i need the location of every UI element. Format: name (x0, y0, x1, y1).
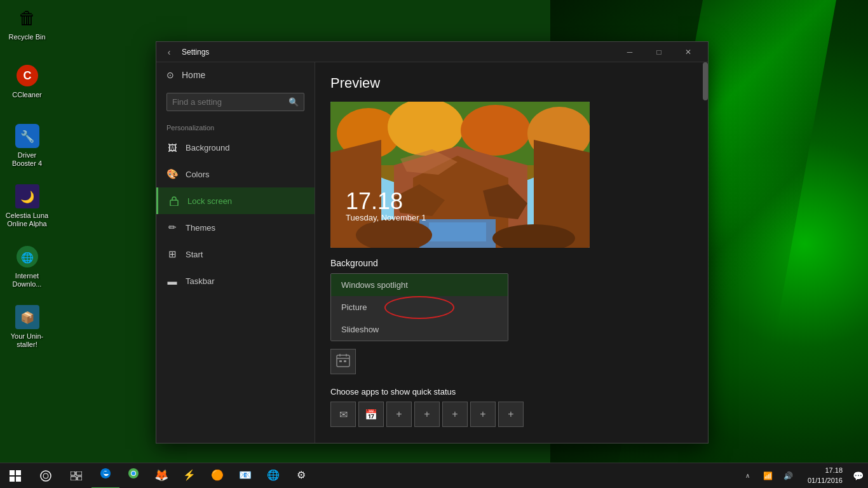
taskbar-email-button[interactable]: 📧 (231, 463, 259, 489)
recycle-bin-icon: 🗑 (15, 5, 40, 30)
svg-rect-35 (10, 470, 15, 475)
svg-rect-44 (78, 477, 82, 480)
add-icon-3: + (452, 409, 458, 420)
start-icon: ⊞ (166, 248, 178, 260)
minimize-button[interactable]: ─ (615, 42, 644, 62)
taskbar-app5-button[interactable]: 🟠 (203, 463, 231, 489)
desktop-icon-recycle-bin[interactable]: 🗑 Recycle Bin (3, 3, 51, 44)
desktop-icon-your-uninstaller[interactable]: 📦 Your Unin-staller! (3, 302, 51, 351)
desktop-icon-ccleaner[interactable]: C CCleaner (3, 60, 51, 102)
desktop-icon-driver-booster[interactable]: 🔧 Driver Booster 4 (3, 121, 51, 170)
calendar-app-button[interactable] (330, 349, 356, 374)
svg-text:📦: 📦 (20, 311, 35, 325)
status-btn-mail[interactable]: ✉ (330, 402, 356, 427)
your-uninstaller-label: Your Unin-staller! (5, 332, 49, 349)
taskbar-settings-button[interactable]: ⚙ (287, 463, 315, 489)
status-btn-add-5[interactable]: + (498, 402, 524, 427)
driver-booster-icon: 🔧 (15, 123, 40, 149)
quick-status-icons: ✉ 📅 + + + + (330, 402, 693, 427)
status-btn-calendar[interactable]: 📅 (358, 402, 384, 427)
notification-center-button[interactable]: 💬 (848, 463, 868, 489)
sidebar-item-colors[interactable]: 🎨 Colors (156, 161, 315, 187)
dropdown-item-slideshow[interactable]: Slideshow (331, 318, 508, 341)
svg-rect-10 (170, 200, 178, 206)
dropdown-menu: Windows spotlight Picture Slideshow (330, 273, 508, 341)
calendar-icon (336, 353, 350, 370)
search-input[interactable] (172, 97, 283, 107)
taskbar-app7-button[interactable]: 🌐 (259, 463, 287, 489)
email-icon: 📧 (239, 469, 252, 481)
sidebar-item-taskbar[interactable]: ▬ Taskbar (156, 268, 315, 294)
close-button[interactable]: ✕ (674, 42, 703, 62)
sidebar-item-lock-screen[interactable]: Lock screen (156, 187, 315, 214)
sidebar-section-personalization: Personalization (156, 116, 315, 134)
background-dropdown: Windows spotlight Picture Slideshow (330, 273, 508, 341)
search-icon: 🔍 (288, 97, 299, 107)
chrome-icon (127, 467, 140, 483)
task-view-button[interactable] (61, 463, 92, 489)
taskbar-firefox-button[interactable]: 🦊 (147, 463, 175, 489)
scrollbar-thumb[interactable] (703, 62, 708, 100)
svg-rect-41 (71, 471, 75, 475)
svg-point-39 (41, 471, 51, 481)
mail-icon: ✉ (339, 409, 348, 421)
celestia-label: Celestia Luna Online Alpha (5, 212, 49, 228)
sidebar-item-themes[interactable]: ✏ Themes (156, 214, 315, 241)
status-btn-add-4[interactable]: + (470, 402, 496, 427)
app7-icon: 🌐 (267, 469, 280, 481)
svg-text:C: C (23, 69, 31, 82)
taskbar-edge-button[interactable] (92, 463, 119, 489)
sidebar-item-start[interactable]: ⊞ Start (156, 241, 315, 268)
picture-circle-annotation (384, 296, 454, 319)
add-icon-5: + (508, 409, 513, 420)
tray-arrow-icon[interactable]: ∧ (739, 463, 757, 489)
your-uninstaller-icon: 📦 (15, 304, 40, 330)
taskbar-chrome-button[interactable] (119, 463, 147, 489)
preview-image: 17.18 Tuesday, November 1 (330, 102, 590, 248)
status-btn-add-2[interactable]: + (414, 402, 440, 427)
svg-rect-38 (16, 477, 21, 482)
dropdown-item-picture[interactable]: Picture (331, 296, 508, 318)
volume-icon[interactable]: 🔊 (780, 463, 797, 489)
taskbar: 🦊 ⚡ 🟠 📧 🌐 ⚙ ∧ 📶 (0, 463, 868, 488)
taskbar-time-display: 17.18 (808, 466, 843, 475)
start-button[interactable] (0, 463, 31, 489)
svg-point-47 (132, 471, 135, 475)
dropdown-item-windows-spotlight[interactable]: Windows spotlight (331, 274, 508, 296)
recycle-bin-label: Recycle Bin (8, 33, 45, 41)
desktop-icon-internet-download[interactable]: 🌐 Internet Downlo... (3, 241, 51, 291)
internet-download-label: Internet Downlo... (5, 272, 49, 288)
sidebar-item-background[interactable]: 🖼 Background (156, 134, 315, 161)
svg-point-16 (461, 105, 531, 156)
back-button[interactable]: ‹ (161, 44, 177, 60)
network-icon[interactable]: 📶 (759, 463, 777, 489)
sidebar-home-label: Home (182, 70, 205, 80)
taskbar-apps: 🦊 ⚡ 🟠 📧 🌐 ⚙ (92, 463, 734, 489)
desktop-icon-celestia[interactable]: 🌙 Celestia Luna Online Alpha (3, 181, 51, 231)
cortana-button[interactable] (31, 463, 61, 489)
sidebar-taskbar-label: Taskbar (186, 276, 215, 286)
sidebar-background-label: Background (186, 143, 229, 152)
sidebar-item-home[interactable]: ⊙ Home (156, 62, 315, 88)
svg-rect-29 (337, 355, 349, 367)
celestia-icon: 🌙 (15, 184, 40, 209)
svg-text:🔧: 🔧 (20, 130, 35, 144)
svg-point-40 (43, 473, 48, 478)
preview-title: Preview (330, 75, 693, 92)
taskbar-clock[interactable]: 17.18 01/11/2016 (803, 466, 848, 485)
svg-rect-33 (339, 360, 342, 362)
svg-rect-23 (429, 222, 486, 241)
taskbar-app4-button[interactable]: ⚡ (175, 463, 203, 489)
scrollbar[interactable] (703, 62, 708, 443)
home-icon: ⊙ (166, 70, 174, 80)
add-icon-2: + (424, 409, 430, 420)
maximize-button[interactable]: □ (644, 42, 674, 62)
window-controls: ─ □ ✕ (615, 42, 703, 62)
status-btn-add-1[interactable]: + (386, 402, 412, 427)
svg-rect-36 (16, 470, 21, 475)
sidebar-colors-label: Colors (186, 170, 210, 179)
add-icon-1: + (396, 409, 402, 420)
preview-clock: 17.18 Tuesday, November 1 (346, 190, 426, 222)
sidebar-themes-label: Themes (186, 223, 215, 233)
status-btn-add-3[interactable]: + (442, 402, 468, 427)
